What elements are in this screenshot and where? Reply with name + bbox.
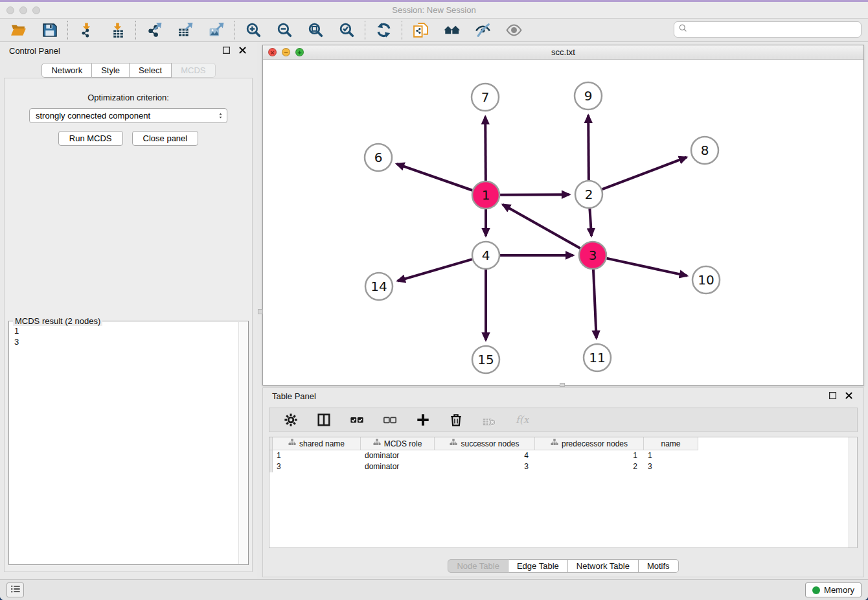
mcds-result-item: 3	[14, 336, 243, 347]
table-cell[interactable]: 1	[273, 450, 361, 461]
control-panel: Control Panel NetworkStyleSelectMCDS Opt…	[0, 42, 257, 581]
table-cell[interactable]: dominator	[361, 461, 435, 472]
graph-edge-3-11[interactable]	[593, 270, 597, 338]
refresh-icon[interactable]	[374, 21, 393, 40]
close-icon[interactable]	[238, 46, 248, 56]
zoom-selected-icon[interactable]	[337, 21, 356, 40]
search-input[interactable]	[691, 25, 857, 34]
close-panel-button[interactable]: Close panel	[132, 131, 199, 146]
criterion-select[interactable]: strongly connected component	[29, 108, 227, 123]
network-resize-handle[interactable]	[560, 383, 565, 387]
table-cell[interactable]: 3	[273, 461, 361, 472]
float-icon[interactable]	[222, 46, 232, 56]
graph-node-label: 15	[477, 352, 494, 367]
graph-node-label: 4	[482, 248, 490, 263]
table-cell[interactable]: dominator	[361, 450, 435, 461]
import-table-icon[interactable]	[108, 21, 126, 40]
graph-node-15[interactable]: 15	[472, 346, 499, 373]
float-icon[interactable]	[828, 391, 838, 401]
zoom-fit-icon[interactable]	[306, 21, 325, 40]
graph-node-11[interactable]: 11	[584, 344, 611, 371]
tab-node-table[interactable]: Node Table	[448, 559, 508, 573]
table-toolbar: f(x)	[269, 408, 858, 432]
tab-style[interactable]: Style	[92, 63, 130, 78]
tab-network-table[interactable]: Network Table	[568, 559, 639, 573]
graph-edge-2-8[interactable]	[602, 157, 687, 190]
table-cell[interactable]: 1	[644, 450, 698, 461]
graph-node-3[interactable]: 3	[579, 242, 606, 269]
table-row[interactable]: 3dominator323	[269, 461, 857, 472]
table-cell[interactable]: 3	[435, 461, 535, 472]
home-icon[interactable]	[442, 21, 461, 40]
graph-edge-2-3[interactable]	[589, 209, 591, 236]
table-cell[interactable]: 1	[535, 450, 644, 461]
graph-node-8[interactable]: 8	[691, 137, 718, 164]
memory-label: Memory	[824, 585, 854, 595]
table-cell[interactable]: 2	[535, 461, 644, 472]
memory-status-dot	[812, 586, 820, 594]
divider-resize-handle[interactable]	[258, 309, 263, 314]
tab-motifs[interactable]: Motifs	[639, 559, 679, 573]
graph-node-7[interactable]: 7	[472, 84, 499, 111]
result-scrollbar[interactable]	[238, 322, 247, 564]
graph-edge-1-7[interactable]	[485, 117, 486, 181]
close-icon[interactable]	[845, 391, 854, 401]
table-cell[interactable]: 3	[644, 461, 698, 472]
graph-node-9[interactable]: 9	[575, 82, 602, 110]
graph-edge-1-2[interactable]	[500, 194, 569, 195]
graph-edge-1-6[interactable]	[396, 164, 472, 190]
export-network-icon[interactable]	[145, 21, 163, 40]
task-history-button[interactable]	[6, 583, 24, 597]
tab-select[interactable]: Select	[130, 63, 172, 78]
graph-edge-4-14[interactable]	[398, 259, 472, 281]
duplicate-network-icon[interactable]	[411, 21, 429, 40]
graph-node-2[interactable]: 2	[575, 181, 602, 208]
show-details-icon[interactable]	[505, 21, 523, 40]
search-field[interactable]	[674, 21, 862, 38]
column-header-shared-name[interactable]: shared name	[273, 437, 361, 450]
gear-icon[interactable]	[282, 411, 300, 429]
tab-network[interactable]: Network	[41, 63, 92, 78]
graph-edge-2-9[interactable]	[588, 115, 589, 180]
graph-node-6[interactable]: 6	[365, 144, 392, 171]
export-image-icon[interactable]	[207, 21, 225, 40]
deselect-all-icon[interactable]	[381, 411, 399, 429]
columns-icon[interactable]	[315, 411, 333, 429]
control-panel-title: Control Panel	[9, 46, 60, 56]
network-view-window: × − + scc.txt 7968124314101511	[262, 45, 864, 386]
graph-node-4[interactable]: 4	[472, 242, 499, 269]
add-icon[interactable]	[414, 411, 432, 429]
column-header-name[interactable]: name	[644, 437, 698, 450]
graph-edge-3-1[interactable]	[503, 205, 580, 248]
tab-mcds[interactable]: MCDS	[172, 63, 215, 78]
table-cell[interactable]: 4	[435, 450, 535, 461]
export-table-icon[interactable]	[176, 21, 194, 40]
graph-node-label: 9	[584, 88, 593, 104]
tree-icon	[551, 439, 558, 448]
trash-icon[interactable]	[447, 411, 465, 429]
column-header-predecessor-nodes[interactable]: predecessor nodes	[535, 437, 644, 450]
save-session-icon[interactable]	[40, 21, 58, 40]
run-mcds-button[interactable]: Run MCDS	[58, 131, 123, 146]
mcds-result-title: MCDS result (2 nodes)	[13, 316, 102, 326]
import-network-icon[interactable]	[77, 21, 95, 40]
table-row[interactable]: 1dominator411	[269, 450, 857, 461]
graph-node-10[interactable]: 10	[692, 266, 720, 294]
network-canvas[interactable]: 7968124314101511	[263, 60, 863, 385]
graph-edge-3-10[interactable]	[606, 259, 687, 276]
memory-button[interactable]: Memory	[805, 583, 862, 597]
graph-node-1[interactable]: 1	[472, 181, 499, 209]
table-scrollbar[interactable]	[849, 437, 857, 548]
zoom-out-icon[interactable]	[275, 21, 293, 40]
zoom-in-icon[interactable]	[244, 21, 262, 40]
select-all-icon[interactable]	[348, 411, 366, 429]
open-session-icon[interactable]	[9, 21, 27, 40]
network-window-titlebar[interactable]: × − + scc.txt	[263, 45, 863, 60]
column-header-MCDS-role[interactable]: MCDS role	[361, 437, 435, 450]
column-header-successor-nodes[interactable]: successor nodes	[435, 437, 535, 450]
graph-node-14[interactable]: 14	[365, 273, 393, 300]
tab-edge-table[interactable]: Edge Table	[508, 559, 568, 573]
graph-node-label: 14	[371, 279, 387, 294]
table-tabs: Node TableEdge TableNetwork TableMotifs	[263, 559, 863, 573]
hide-details-icon[interactable]	[474, 21, 492, 40]
